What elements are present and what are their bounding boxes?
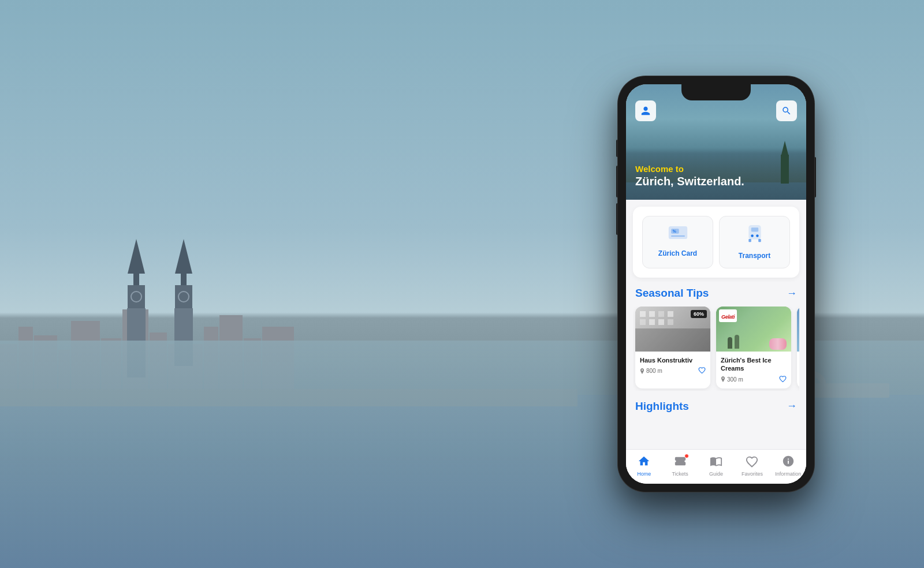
seasonal-tips-header: Seasonal Tips →: [635, 287, 797, 300]
nav-home-label: Home: [637, 471, 651, 477]
highlights-section: Highlights →: [626, 395, 806, 429]
zurich-card-icon: %: [668, 225, 688, 245]
church-tower-right: [174, 239, 193, 378]
nav-favorites-label: Favorites: [742, 471, 763, 477]
embankment: [0, 389, 578, 406]
card-haus-konstruktiv-distance: 800 m: [640, 368, 662, 374]
hero-welcome-text: Welcome to: [635, 164, 744, 174]
card-ice-creams-body: Zürich's Best Ice Creams 300 m: [716, 352, 791, 388]
svg-rect-3: [671, 236, 685, 237]
guide-icon: [710, 455, 722, 470]
home-icon: [638, 455, 650, 470]
search-button[interactable]: [776, 100, 797, 121]
discount-badge-60: 60%: [691, 310, 707, 318]
hero-title: Welcome to Zürich, Switzerland.: [635, 164, 744, 188]
phone-device: Welcome to Zürich, Switzerland.: [618, 76, 814, 492]
seasonal-tips-title: Seasonal Tips: [635, 287, 709, 300]
zurich-card-label: Zürich Card: [658, 249, 697, 257]
tickets-badge-container: [674, 455, 687, 470]
information-icon: [782, 455, 795, 470]
card-ice-creams-title: Zürich's Best Ice Creams: [721, 356, 787, 373]
seasonal-tips-arrow[interactable]: →: [787, 287, 797, 300]
card-ice-creams[interactable]: Gelati Zürich's Best Ice Creams: [716, 307, 791, 388]
card-haus-konstruktiv[interactable]: 60% Haus Konstruktiv: [635, 307, 710, 388]
svg-point-7: [756, 234, 758, 237]
card-haus-konstruktiv-body: Haus Konstruktiv 800 m: [635, 352, 710, 380]
svg-rect-5: [751, 227, 758, 231]
seasonal-tips-cards: 60% Haus Konstruktiv: [633, 307, 799, 391]
transport-icon: [747, 225, 763, 247]
user-profile-button[interactable]: [635, 100, 656, 121]
location-icon-2: [721, 376, 725, 382]
hero-header: [626, 100, 806, 121]
card-partial-image: [797, 307, 799, 352]
transport-label: Transport: [739, 252, 770, 260]
highlights-header: Highlights →: [635, 400, 797, 413]
bottom-navigation: Home Tickets: [626, 449, 806, 484]
card-haus-konstruktiv-title: Haus Konstruktiv: [640, 356, 706, 364]
location-icon: [640, 368, 644, 374]
svg-text:%: %: [672, 229, 676, 233]
card-ice-creams-distance: 300 m: [721, 376, 743, 383]
user-icon: [640, 106, 651, 116]
nav-favorites[interactable]: Favorites: [734, 455, 770, 479]
card-partial-body: Hi... Ov...: [797, 352, 799, 372]
nav-guide-label: Guide: [709, 471, 723, 477]
church-tower-left: [127, 239, 146, 378]
app-content: Welcome to Zürich, Switzerland.: [626, 84, 806, 484]
svg-point-6: [751, 234, 753, 237]
svg-rect-8: [748, 239, 751, 242]
card-partial[interactable]: Hi... Ov...: [797, 307, 799, 388]
nav-tickets[interactable]: Tickets: [662, 455, 698, 479]
highlights-title: Highlights: [635, 400, 689, 413]
scroll-content[interactable]: % Zürich Card: [626, 200, 806, 484]
favorite-button-2[interactable]: [779, 375, 787, 384]
phone-screen: Welcome to Zürich, Switzerland.: [626, 84, 806, 484]
nav-tickets-label: Tickets: [672, 471, 688, 477]
card-ice-creams-meta: 300 m: [721, 375, 787, 384]
highlights-arrow[interactable]: →: [787, 400, 797, 412]
favorite-button-1[interactable]: [698, 367, 706, 375]
quick-actions-container: % Zürich Card: [633, 207, 799, 278]
nav-guide[interactable]: Guide: [698, 455, 734, 479]
hero-section: Welcome to Zürich, Switzerland.: [626, 84, 806, 200]
nav-information-label: Information: [775, 471, 801, 477]
hero-city-text: Zürich, Switzerland.: [635, 174, 744, 188]
zurich-card-action[interactable]: % Zürich Card: [642, 216, 713, 268]
svg-rect-4: [749, 226, 761, 239]
favorites-icon: [746, 455, 758, 470]
card-haus-konstruktiv-meta: 800 m: [640, 367, 706, 375]
svg-rect-9: [758, 239, 761, 242]
nav-information[interactable]: Information: [770, 455, 806, 479]
card-ice-creams-image: Gelati: [716, 307, 791, 352]
seasonal-tips-section: Seasonal Tips →: [626, 278, 806, 395]
card-haus-konstruktiv-image: 60%: [635, 307, 710, 352]
nav-home[interactable]: Home: [626, 455, 662, 479]
church-towers: [127, 239, 193, 378]
ticket-badge-dot: [684, 454, 689, 458]
phone-frame: Welcome to Zürich, Switzerland.: [618, 76, 814, 492]
phone-notch: [681, 84, 751, 100]
transport-action[interactable]: Transport: [719, 216, 790, 268]
search-icon: [781, 106, 792, 116]
building-row: [0, 275, 578, 390]
